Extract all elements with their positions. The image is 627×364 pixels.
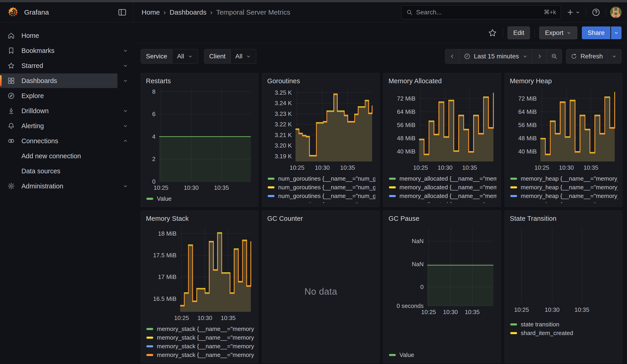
- panel-title[interactable]: Restarts: [146, 77, 254, 85]
- panel-memory-stack: Memory Stack18 MiB17.5 MiB17 MiB16.5 MiB…: [141, 210, 258, 363]
- share-menu-button[interactable]: [611, 26, 622, 39]
- sidebar-item-connections: Connections: [0, 134, 133, 148]
- legend-item[interactable]: memory_allocated {__name__="memo: [388, 174, 497, 183]
- chart-canvas[interactable]: 10:2510:3010:35: [509, 224, 618, 318]
- svg-text:10:25: 10:25: [174, 314, 189, 321]
- legend-swatch: [510, 195, 517, 197]
- legend-swatch: [268, 178, 274, 180]
- export-button[interactable]: Export: [539, 26, 577, 39]
- sidebar-item-home: Home: [0, 28, 133, 43]
- sidebar-expand-button[interactable]: [117, 119, 133, 133]
- add-new-button[interactable]: [565, 7, 582, 18]
- chart-canvas[interactable]: 72 MiB64 MiB56 MiB48 MiB40 MiB10:2510:30…: [509, 86, 618, 172]
- panel-title[interactable]: Memory Stack: [146, 215, 254, 222]
- svg-text:10:30: 10:30: [315, 164, 330, 171]
- legend-item[interactable]: memory_heap {__name__="memory_h: [509, 174, 618, 183]
- sidebar-link[interactable]: Administration: [0, 179, 117, 193]
- share-button[interactable]: Share: [582, 26, 610, 39]
- breadcrumb-home[interactable]: Home: [142, 8, 160, 16]
- sidebar-expand-button[interactable]: [117, 58, 133, 73]
- sidebar-chevron-spacer: [117, 89, 133, 103]
- sidebar-expand-button[interactable]: [117, 104, 133, 118]
- panel-title[interactable]: GC Pause: [388, 215, 497, 222]
- panel-title[interactable]: Memory Heap: [510, 77, 618, 85]
- legend-item[interactable]: num_goroutines {__name__="num_go: [266, 192, 375, 200]
- clock-icon: [464, 53, 470, 60]
- legend-item[interactable]: memory_allocated {__name__="memo: [388, 192, 497, 200]
- legend-item[interactable]: shard_item_created: [509, 329, 618, 337]
- chart-canvas[interactable]: NaNNaN00 seconds10:2510:3010:35: [388, 224, 497, 348]
- chevron-down-icon: [246, 53, 252, 59]
- legend-item[interactable]: num_goroutines {__name__="num_go: [266, 174, 375, 183]
- help-button[interactable]: [590, 7, 602, 18]
- sidebar-expand-button[interactable]: [117, 43, 133, 58]
- panel-memory-heap: Memory Heap72 MiB64 MiB56 MiB48 MiB40 Mi…: [505, 73, 622, 207]
- legend-item[interactable]: memory_stack {__name__="memory_s: [145, 324, 254, 333]
- sidebar-link[interactable]: Home: [0, 28, 117, 43]
- legend-item[interactable]: memory_heap {__name__="memory_h: [509, 183, 618, 192]
- service-filter-value[interactable]: All: [172, 49, 198, 64]
- legend-item[interactable]: memory_allocated {__name__="memo: [388, 200, 497, 203]
- edit-button[interactable]: Edit: [508, 26, 530, 39]
- grafana-logo[interactable]: [7, 6, 19, 18]
- sidebar-link[interactable]: Data sources: [0, 164, 117, 178]
- legend-item[interactable]: memory_stack {__name__="memory_s: [145, 351, 254, 359]
- panel-title[interactable]: Memory Allocated: [388, 77, 497, 85]
- breadcrumb-dashboards[interactable]: Dashboards: [170, 8, 207, 16]
- search-box[interactable]: ⌘+k: [401, 5, 561, 19]
- legend-swatch: [510, 332, 517, 334]
- panel-title[interactable]: GC Counter: [267, 215, 375, 222]
- search-input[interactable]: [416, 9, 541, 16]
- sidebar-expand-button[interactable]: [117, 179, 133, 193]
- brand-text: Grafana: [24, 8, 49, 16]
- legend-item[interactable]: memory_stack {__name__="memory_s: [145, 333, 254, 342]
- sidebar-link[interactable]: Bookmarks: [0, 43, 117, 58]
- sidebar-expand-button[interactable]: [117, 134, 133, 148]
- legend-item[interactable]: state transition: [509, 320, 618, 329]
- refresh-label: Refresh: [580, 53, 603, 60]
- sidebar-item-label: Alerting: [21, 122, 44, 130]
- sidebar-link[interactable]: Alerting: [0, 119, 117, 133]
- sidebar-link[interactable]: Starred: [0, 58, 117, 73]
- refresh-interval-button[interactable]: [607, 49, 622, 64]
- legend-item[interactable]: memory_allocated {__name__="memo: [388, 183, 497, 192]
- legend-item[interactable]: memory_heap {__name__="memory_h: [509, 200, 618, 203]
- svg-text:72 MiB: 72 MiB: [518, 95, 537, 102]
- panel-title[interactable]: Goroutines: [267, 77, 375, 85]
- user-avatar[interactable]: [610, 7, 622, 18]
- refresh-button[interactable]: Refresh: [566, 49, 607, 64]
- topbar-left: Grafana: [0, 2, 133, 22]
- chart-canvas[interactable]: 8642010:2510:3010:35: [145, 86, 254, 192]
- sidebar-item-label: Dashboards: [21, 77, 57, 85]
- sidebar-link[interactable]: Drilldown: [0, 104, 117, 118]
- time-range-picker[interactable]: Last 15 minutes: [459, 49, 532, 64]
- zoom-out-button[interactable]: [547, 49, 562, 64]
- legend-item[interactable]: Value: [388, 351, 497, 359]
- sidebar-item-add-new-connection: Add new connection: [0, 149, 133, 163]
- sidebar-link[interactable]: Dashboards: [0, 73, 117, 88]
- sidebar-link[interactable]: Add new connection: [0, 149, 117, 163]
- sidebar-link[interactable]: Explore: [0, 89, 117, 103]
- sidebar-toggle-button[interactable]: [117, 7, 127, 17]
- legend: Value: [145, 194, 254, 203]
- legend-item[interactable]: memory_stack {__name__="memory_s: [145, 342, 254, 351]
- breadcrumb-separator: ›: [163, 8, 166, 16]
- chevron-left-icon: [449, 53, 455, 59]
- chart-canvas[interactable]: 3.25 K3.24 K3.23 K3.22 K3.21 K3.20 K3.19…: [266, 86, 375, 172]
- legend-item[interactable]: num_goroutines {__name__="num_go: [266, 183, 375, 192]
- svg-text:10:25: 10:25: [290, 164, 304, 171]
- time-back-button[interactable]: [445, 49, 460, 64]
- chart-canvas[interactable]: 18 MiB17.5 MiB17 MiB16.5 MiB10:2510:3010…: [145, 224, 254, 322]
- time-forward-button[interactable]: [532, 49, 547, 64]
- legend-item[interactable]: memory_heap {__name__="memory_h: [509, 192, 618, 200]
- client-filter-value[interactable]: All: [231, 49, 256, 64]
- legend-item[interactable]: num_goroutines {__name__="num_go: [266, 200, 375, 203]
- sidebar-expand-button[interactable]: [117, 73, 133, 88]
- legend: memory_allocated {__name__="memomemory_a…: [388, 174, 497, 203]
- favorite-button[interactable]: [487, 27, 498, 39]
- chart-canvas[interactable]: 72 MiB64 MiB56 MiB48 MiB40 MiB10:2510:30…: [388, 86, 497, 172]
- legend-item[interactable]: Value: [145, 194, 254, 203]
- home-icon: [7, 32, 15, 40]
- panel-title[interactable]: State Transition: [510, 215, 618, 222]
- sidebar-link[interactable]: Connections: [0, 134, 117, 148]
